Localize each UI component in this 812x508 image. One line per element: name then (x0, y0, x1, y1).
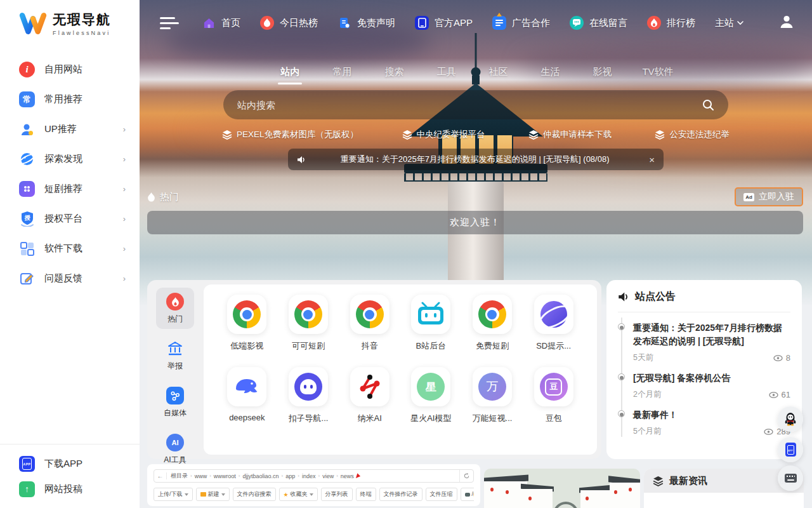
quick-link-police-report[interactable]: 公安违法违纪举 (655, 129, 730, 140)
nav-item-ranking[interactable]: 排行榜 (647, 16, 695, 30)
app-tile[interactable]: 星星火AI模型 (400, 367, 462, 424)
toolbar-chip: 终端 (356, 488, 376, 501)
apps-grid: 低端影视 可可短剧 抖音 B站后台 免费短剧 SD提示... deepseek … (216, 295, 584, 424)
welcome-banner[interactable]: 欢迎入驻！ (147, 211, 803, 234)
sidebar-menu: i 自用网站 常 常用推荐 UP推荐 › 探索发现 › 短剧推荐 › (0, 43, 140, 293)
tab-community[interactable]: 社区 (486, 66, 510, 84)
nav-item-ad-cooperation[interactable]: 广告合作 (492, 16, 550, 30)
app-tile[interactable]: 纳米AI (339, 367, 400, 424)
mini-nav-self-media[interactable]: 自媒体 (156, 382, 194, 423)
quick-links-row: PEXEL免费素材图库（无版权） 中央纪委举报平台 仲裁申请样本下载 公安违法违… (216, 129, 736, 140)
watertown-photo-thumbnail[interactable] (484, 469, 640, 508)
join-now-button[interactable]: Ad 立即入驻 (735, 187, 803, 206)
octopus-icon (294, 373, 322, 401)
app-tile[interactable]: 扣子导航... (278, 367, 339, 424)
sidebar-item-download-app[interactable]: APP 下载APP (0, 451, 140, 476)
mini-nav-hot[interactable]: 热门 (156, 288, 194, 329)
app-tile[interactable]: 万万能短视... (462, 367, 523, 424)
app-tile[interactable]: 豆豆包 (523, 367, 584, 424)
app-tile[interactable]: deepseek (216, 367, 278, 424)
app-tile[interactable]: 可可短剧 (278, 295, 339, 352)
notice-bar[interactable]: 重要通知：关于2025年7月排行榜数据发布延迟的说明 | [无瑕导航] (08/… (288, 149, 664, 170)
announcement-item[interactable]: 重要通知：关于2025年7月排行榜数据发布延迟的说明 | [无瑕导航] 5天前 … (633, 321, 790, 363)
tab-life[interactable]: 生活 (538, 66, 562, 84)
chevron-right-icon: › (123, 184, 126, 194)
sidebar-item-own-sites[interactable]: i 自用网站 (0, 55, 140, 84)
nav-item-official-app[interactable]: 官方APP (415, 16, 473, 30)
bilibili-icon (416, 302, 445, 327)
site-selector[interactable]: 主站 (715, 17, 743, 29)
search-icon[interactable] (702, 99, 714, 111)
ai-icon: AI (166, 434, 184, 451)
layers-icon (402, 130, 412, 140)
sidebar-item-software[interactable]: 软件下载 › (0, 234, 140, 264)
app-tile[interactable]: 免费短剧 (462, 295, 523, 352)
mobile-app-button[interactable]: APP (778, 437, 803, 462)
mini-nav-report[interactable]: 举报 (156, 335, 194, 376)
sidebar-item-up[interactable]: UP推荐 › (0, 114, 140, 144)
nav-item-disclaimer[interactable]: 免责声明 (337, 16, 395, 30)
keyboard-shortcut-button[interactable] (778, 465, 803, 491)
dou-icon: 豆 (540, 373, 568, 401)
sidebar-item-common[interactable]: 常 常用推荐 (0, 84, 140, 114)
chevron-right-icon: › (123, 124, 126, 134)
cursor-icon (356, 473, 361, 479)
app-tile[interactable]: 抖音 (339, 295, 400, 352)
tab-tv-software[interactable]: TV软件 (642, 66, 673, 84)
brand-logo[interactable]: 无瑕导航 FlawlessNavi (0, 0, 140, 43)
flame-icon (166, 293, 184, 311)
sidebar-item-feedback[interactable]: 问题反馈 › (0, 264, 140, 293)
quick-link-ccdi[interactable]: 中央纪委举报平台 (402, 129, 485, 140)
app-tile[interactable]: B站后台 (400, 295, 462, 352)
toolbar-chip: 文件内容搜索 (233, 488, 276, 501)
shield-icon: 授 (19, 211, 35, 227)
announcement-item[interactable]: 最新事件！ 5个月前 289 (633, 408, 790, 437)
nav-item-hot-list[interactable]: 今日热榜 (260, 16, 318, 30)
bottom-row: ← 根目录› www› wwwroot› djjytbaoliao.cn› ap… (147, 464, 803, 508)
announcement-item[interactable]: [无瑕导航] 备案停机公告 2个月前 61 (633, 371, 790, 400)
breadcrumb-segment: view (322, 473, 334, 479)
quick-link-arbitration[interactable]: 仲裁申请样本下载 (528, 129, 612, 140)
app-tile[interactable]: SD提示... (523, 295, 584, 352)
tab-search[interactable]: 搜索 (382, 66, 406, 84)
chevron-right-icon: › (123, 274, 126, 283)
menu-icon[interactable] (160, 17, 179, 29)
announcement-views: 8 (786, 353, 790, 363)
hot-label: 热门 (160, 191, 179, 203)
notice-text: 重要通知：关于2025年7月排行榜数据发布延迟的说明 | [无瑕导航] (08/… (306, 154, 644, 165)
breadcrumb-segment: djjytbaoliao.cn (243, 473, 279, 479)
breadcrumb-segment: wwwroot (214, 473, 236, 479)
nav-item-home[interactable]: 首页 (202, 16, 240, 30)
sidebar-item-short-drama[interactable]: 短剧推荐 › (0, 174, 140, 204)
app-board: 热门 举报 自媒体 AI AI工具 (147, 280, 601, 459)
announcement-time: 5天前 (633, 352, 653, 363)
file-manager-toolbar: 上传/下载 新建 文件内容搜索 ★收藏夹 分享列表 终端 文件操作记录 文件压缩… (154, 488, 474, 501)
toolbar-chip: 文件压缩 (426, 488, 457, 501)
wan-icon: 万 (478, 373, 506, 401)
close-icon[interactable]: × (649, 154, 655, 165)
tab-common[interactable]: 常用 (330, 66, 354, 84)
sidebar-item-explore[interactable]: 探索发现 › (0, 144, 140, 174)
sidebar-item-authorized[interactable]: 授 授权平台 › (0, 204, 140, 234)
file-manager-thumbnail[interactable]: ← 根目录› www› wwwroot› djjytbaoliao.cn› ap… (147, 464, 480, 506)
chang-icon: 常 (19, 91, 35, 107)
toolbar-chip: 上传/下载 (154, 488, 193, 501)
caret-down-icon (185, 493, 188, 496)
announcement-time: 2个月前 (633, 389, 661, 400)
app-tile[interactable]: 低端影视 (216, 295, 278, 352)
planet-swirl-icon (540, 301, 567, 328)
sidebar-item-submit-site[interactable]: ↑ 网站投稿 (0, 476, 140, 502)
quick-link-pexel[interactable]: PEXEL免费素材图库（无版权） (222, 129, 358, 140)
sidebar: 无瑕导航 FlawlessNavi i 自用网站 常 常用推荐 UP推荐 › 探… (0, 0, 140, 508)
tab-onsite[interactable]: 站内 (278, 66, 302, 84)
search-input[interactable] (237, 100, 702, 110)
caret-down-icon (221, 493, 225, 496)
hot-section-header: 热门 Ad 立即入驻 (147, 187, 803, 206)
tab-movies[interactable]: 影视 (590, 66, 614, 84)
user-avatar-icon[interactable] (778, 13, 795, 32)
qq-contact-button[interactable] (778, 406, 803, 432)
nav-item-message-board[interactable]: 在线留言 (570, 16, 627, 30)
tab-tools[interactable]: 工具 (434, 66, 458, 84)
svg-text:授: 授 (23, 215, 30, 221)
toolbar-chip: /(根目录)32 GB (461, 488, 474, 501)
